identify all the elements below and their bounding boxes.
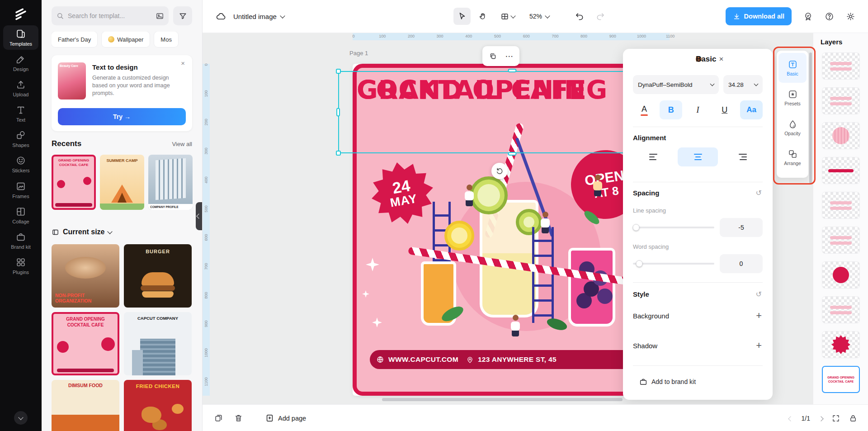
font-family-select[interactable]: DynaPuff–SemiBold <box>633 75 719 94</box>
layer-item[interactable]: GRAND OPENING COCKTAIL CAFE <box>822 366 860 393</box>
sidebar-item-text[interactable]: Text <box>3 101 38 126</box>
reset-style-icon[interactable]: ↺ <box>753 289 764 299</box>
delete-page-icon[interactable] <box>230 410 246 426</box>
tool-presets[interactable]: Presets <box>778 83 807 113</box>
filter-button[interactable] <box>173 6 192 25</box>
close-icon[interactable]: × <box>178 59 188 67</box>
sidebar-item-brand-kit[interactable]: Brand kit <box>3 228 38 253</box>
collapse-rail-button[interactable] <box>14 411 28 425</box>
resize-handle[interactable] <box>508 152 517 156</box>
more-options-icon[interactable]: ⋯ <box>501 48 517 64</box>
date-badge[interactable]: 24 MAY <box>366 157 439 229</box>
help-icon[interactable] <box>825 12 834 21</box>
image-search-icon[interactable] <box>156 12 164 20</box>
hand-tool-button[interactable] <box>474 8 491 25</box>
template-thumbnail[interactable]: DIMSUM FOOD <box>52 380 119 431</box>
sparkle-illustration[interactable] <box>362 290 369 298</box>
sidebar-item-stickers[interactable]: Stickers <box>3 152 38 176</box>
close-icon[interactable]: × <box>716 54 726 64</box>
person-figure[interactable] <box>463 185 475 206</box>
sparkle-illustration[interactable] <box>372 317 382 327</box>
person-figure[interactable] <box>539 212 551 233</box>
resize-handle[interactable] <box>336 69 341 74</box>
sidebar-item-templates[interactable]: Templates <box>3 25 38 50</box>
layer-item[interactable] <box>822 52 860 80</box>
resize-handle[interactable] <box>336 108 340 117</box>
layer-item[interactable] <box>822 296 860 323</box>
rotate-handle[interactable] <box>491 163 508 179</box>
reset-spacing-icon[interactable]: ↺ <box>753 188 764 198</box>
template-thumbnail[interactable]: CAPCUT COMPANY <box>124 312 192 375</box>
sidebar-item-shapes[interactable]: Shapes <box>3 127 38 151</box>
tag-chip[interactable]: Mos <box>154 32 178 47</box>
line-spacing-value[interactable]: -5 <box>720 218 763 237</box>
align-center-button[interactable] <box>678 147 718 166</box>
layer-item[interactable] <box>822 261 860 289</box>
word-spacing-value[interactable]: 0 <box>720 254 763 273</box>
sparkle-illustration[interactable] <box>366 258 379 271</box>
lemon-slice-illustration[interactable] <box>444 221 474 251</box>
settings-gear-icon[interactable] <box>846 12 855 21</box>
try-button[interactable]: Try → <box>58 108 186 125</box>
vertical-scrollbar[interactable] <box>809 52 812 184</box>
text-color-button[interactable]: A <box>633 100 656 119</box>
tool-opacity[interactable]: Opacity <box>778 113 807 142</box>
sidebar-item-plugins[interactable]: Plugins <box>3 254 38 278</box>
capcut-logo[interactable] <box>13 6 28 22</box>
person-figure[interactable] <box>509 315 521 336</box>
underline-button[interactable]: U <box>713 100 736 119</box>
align-right-button[interactable] <box>722 147 763 166</box>
tag-chip[interactable]: Father's Day <box>52 32 97 47</box>
download-all-button[interactable]: Download all <box>726 7 792 25</box>
lime-slice-illustration[interactable] <box>470 176 508 214</box>
tool-basic[interactable]: Basic <box>778 53 807 83</box>
slider-knob[interactable] <box>636 260 643 267</box>
resize-handle[interactable] <box>336 151 341 156</box>
case-button[interactable]: Aa <box>740 100 763 119</box>
search-input[interactable]: Search for templat... <box>52 6 169 25</box>
poster-footer-bar[interactable]: WWW.CAPCUT.COM 123 ANYWHERE ST, 45 JOIN <box>370 350 656 369</box>
add-page-button[interactable]: Add page <box>263 413 309 423</box>
undo-button[interactable] <box>571 8 588 25</box>
template-thumbnail[interactable]: BURGER <box>124 244 192 308</box>
layout-grid-button[interactable] <box>495 8 520 25</box>
layer-item[interactable] <box>822 157 860 184</box>
tool-arrange[interactable]: Arrange <box>778 142 807 172</box>
tag-chip[interactable]: Wallpaper <box>102 32 150 47</box>
template-thumbnail[interactable]: NON-PROFIT ORGANIZATION <box>52 244 119 308</box>
collapse-panel-handle[interactable] <box>196 202 202 230</box>
align-left-button[interactable] <box>633 147 673 166</box>
template-thumbnail[interactable]: GRAND OPENING COCKTAIL CAFE <box>52 312 119 375</box>
template-thumbnail[interactable]: FRIED CHICKEN <box>124 380 192 431</box>
horizontal-scrollbar[interactable] <box>382 398 623 401</box>
previous-page-icon[interactable] <box>789 414 793 422</box>
duplicate-icon[interactable] <box>485 48 500 64</box>
layer-item[interactable] <box>822 192 860 219</box>
lock-icon[interactable] <box>849 414 857 422</box>
sidebar-item-design[interactable]: Design <box>3 51 38 75</box>
word-spacing-slider[interactable] <box>633 263 714 265</box>
add-to-brand-kit-button[interactable]: Add to brand kit <box>637 377 698 386</box>
layer-item[interactable] <box>822 331 860 358</box>
layer-item[interactable] <box>822 227 860 254</box>
ladder-illustration[interactable] <box>532 227 554 323</box>
person-figure[interactable] <box>592 175 604 196</box>
current-size-dropdown[interactable]: Current size <box>52 228 112 236</box>
pink-drink-illustration[interactable] <box>568 248 615 327</box>
zoom-control[interactable]: 52% <box>524 8 555 25</box>
slider-knob[interactable] <box>633 224 640 231</box>
line-spacing-slider[interactable] <box>633 227 714 228</box>
next-page-icon[interactable] <box>819 414 823 422</box>
bold-button[interactable]: B <box>660 100 682 119</box>
resize-handle[interactable] <box>508 69 517 72</box>
sidebar-item-collage[interactable]: Collage <box>3 203 38 227</box>
template-thumbnail[interactable]: SUMMER CAMP <box>100 155 144 210</box>
template-thumbnail[interactable]: GRAND OPENING COCKTAIL CAFE <box>52 155 96 210</box>
font-size-select[interactable]: 34.28 <box>723 75 763 94</box>
add-background-button[interactable]: + <box>753 310 764 321</box>
badge-icon[interactable] <box>803 12 813 21</box>
layer-item[interactable] <box>822 87 860 114</box>
add-shadow-button[interactable]: + <box>753 340 764 351</box>
layer-item[interactable] <box>822 122 860 149</box>
document-title[interactable]: Untitled image <box>233 13 284 20</box>
